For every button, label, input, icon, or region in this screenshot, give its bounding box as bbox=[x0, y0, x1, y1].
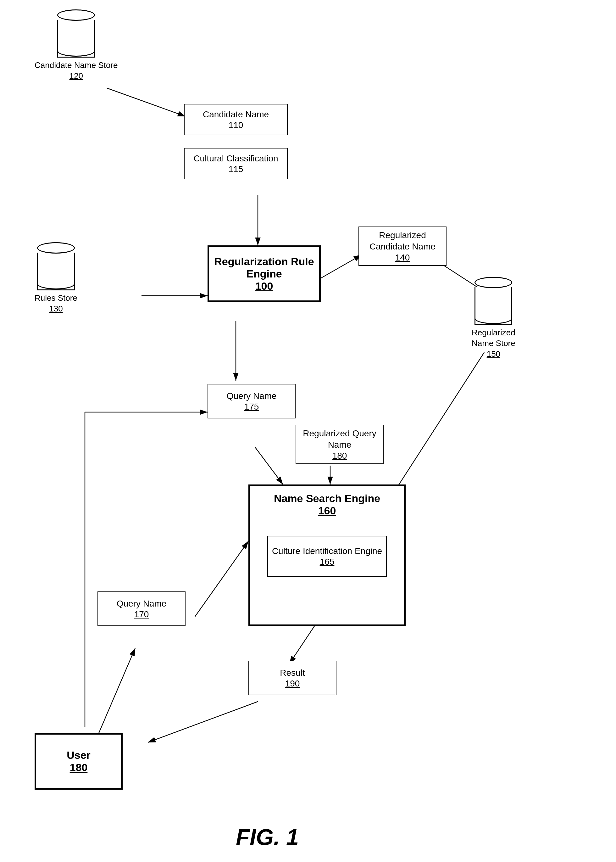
cylinder-bottom-ellipse bbox=[57, 45, 95, 57]
candidate-name-store: Candidate Name Store 120 bbox=[35, 9, 118, 82]
user-box: User 180 bbox=[35, 733, 123, 790]
svg-line-7 bbox=[387, 352, 484, 503]
svg-line-14 bbox=[97, 648, 135, 736]
query-name-170-label: Query Name bbox=[117, 598, 167, 609]
regularization-rule-engine-box: Regularization RuleEngine 100 bbox=[207, 245, 321, 302]
result-number: 190 bbox=[285, 679, 300, 689]
cylinder-bottom-ellipse-rules bbox=[37, 278, 75, 289]
rules-store-label: Rules Store 130 bbox=[35, 293, 77, 314]
cylinder-body-rules bbox=[37, 253, 75, 290]
regularized-query-name-box: Regularized Query Name 180 bbox=[295, 425, 383, 464]
regularized-candidate-name-number: 140 bbox=[395, 253, 410, 263]
query-name-170-box: Query Name 170 bbox=[97, 591, 185, 626]
regularized-candidate-name-box: Regularized Candidate Name 140 bbox=[358, 227, 446, 266]
name-search-engine-label: Name Search Engine bbox=[274, 492, 380, 505]
name-search-engine-box: Name Search Engine 160 Culture Identific… bbox=[248, 484, 405, 626]
query-name-175-box: Query Name 175 bbox=[207, 384, 295, 418]
regularized-name-store: RegularizedName Store 150 bbox=[471, 277, 515, 359]
regularized-name-store-label: RegularizedName Store 150 bbox=[471, 327, 515, 359]
culture-identification-engine-box: Culture Identification Engine 165 bbox=[267, 536, 387, 577]
cylinder-top-rules bbox=[37, 242, 75, 253]
cylinder-bottom-ellipse-reg bbox=[475, 313, 512, 324]
diagram: Candidate Name Store 120 Candidate Name … bbox=[0, 0, 616, 862]
svg-line-5 bbox=[317, 255, 361, 280]
rules-store: Rules Store 130 bbox=[35, 242, 77, 314]
svg-line-12 bbox=[289, 626, 314, 664]
result-label: Result bbox=[280, 667, 305, 679]
cylinder-top-reg bbox=[475, 277, 512, 288]
cylinder-top bbox=[57, 9, 95, 21]
culture-identification-engine-number: 165 bbox=[320, 557, 335, 567]
regularized-query-name-label: Regularized Query Name bbox=[300, 428, 379, 451]
svg-line-2 bbox=[107, 88, 185, 116]
regularized-candidate-name-label: Regularized Candidate Name bbox=[363, 230, 442, 253]
result-box: Result 190 bbox=[248, 661, 336, 695]
candidate-name-box: Candidate Name 110 bbox=[184, 104, 288, 135]
user-number: 180 bbox=[70, 761, 88, 774]
figure-label: FIG. 1 bbox=[220, 824, 314, 850]
regularization-rule-engine-label: Regularization RuleEngine bbox=[214, 255, 314, 280]
query-name-175-label: Query Name bbox=[227, 390, 277, 402]
candidate-name-number: 110 bbox=[229, 120, 244, 130]
svg-line-11 bbox=[195, 541, 248, 617]
query-name-170-number: 170 bbox=[134, 609, 149, 620]
candidate-name-store-label: Candidate Name Store 120 bbox=[35, 60, 118, 82]
cylinder-body-reg bbox=[475, 287, 512, 325]
regularized-name-store-number: 150 bbox=[487, 349, 500, 359]
svg-line-9 bbox=[255, 447, 283, 484]
svg-line-13 bbox=[148, 702, 258, 742]
cultural-classification-label: Cultural Classification bbox=[193, 153, 278, 164]
cylinder-body bbox=[57, 20, 95, 58]
regularization-rule-engine-number: 100 bbox=[255, 280, 273, 292]
cultural-classification-box: Cultural Classification 115 bbox=[184, 148, 288, 179]
culture-identification-engine-label: Culture Identification Engine bbox=[272, 546, 382, 557]
regularized-query-name-number: 180 bbox=[332, 451, 347, 461]
candidate-name-label: Candidate Name bbox=[203, 109, 269, 120]
rules-store-number: 130 bbox=[49, 304, 63, 313]
user-label: User bbox=[67, 749, 91, 761]
query-name-175-number: 175 bbox=[244, 402, 259, 412]
name-search-engine-number: 160 bbox=[318, 505, 336, 517]
cultural-classification-number: 115 bbox=[229, 164, 244, 174]
